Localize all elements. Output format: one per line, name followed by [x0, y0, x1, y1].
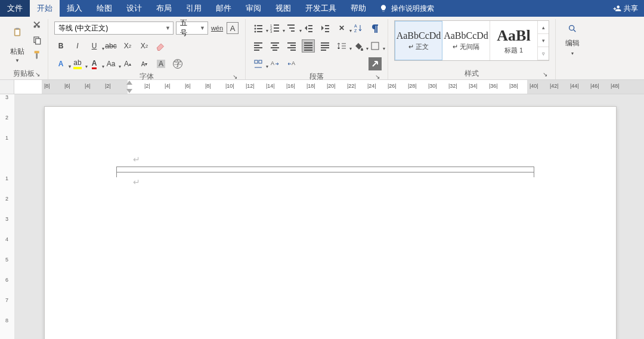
align-left-icon [253, 41, 263, 51]
sort-button[interactable]: AZ [352, 21, 365, 35]
subscript-button[interactable]: X2 [121, 39, 134, 53]
document-scroll-area[interactable]: ↵ ↵ [14, 94, 644, 339]
font-color-button[interactable]: A▾ [88, 57, 101, 70]
ruler-tick: |14| [266, 83, 275, 89]
find-button[interactable] [565, 21, 580, 36]
styles-launcher[interactable]: ↘ [541, 70, 549, 78]
text-direction-ltr-button[interactable]: A [268, 57, 281, 70]
group-paragraph: ▾ 123▾ ▾ ✕▾ AZ ▾ ▾ ▾ ▾ A [246, 19, 388, 79]
text-direction-rtl-button[interactable]: A [285, 57, 298, 70]
char-border-button[interactable]: A [226, 21, 239, 35]
font-name-combo[interactable]: 等线 (中文正文) ▼ [54, 21, 174, 35]
change-case-button[interactable]: Aa▾ [104, 57, 117, 70]
line-spacing-button[interactable]: ▾ [335, 39, 348, 53]
styles-gallery[interactable]: AaBbCcDd ↵ 正文 AaBbCcDd ↵ 无间隔 AaBl 标题 1 ▴… [394, 20, 549, 61]
menu-help[interactable]: 帮助 [343, 0, 373, 17]
menu-layout[interactable]: 布局 [149, 0, 179, 17]
menu-file[interactable]: 文件 [0, 0, 30, 17]
clear-formatting-button[interactable] [154, 39, 168, 53]
editing-label: 编辑 [565, 38, 580, 48]
styles-expand[interactable]: ▿ [538, 47, 549, 60]
snap-grid-button[interactable]: ▾ [252, 57, 265, 70]
paragraph-mark-icon: ↵ [133, 177, 140, 187]
paragraph-launcher[interactable]: ↘ [373, 72, 382, 81]
style-no-spacing[interactable]: AaBbCcDd ↵ 无间隔 [442, 21, 490, 60]
grow-font-button[interactable]: A▴ [121, 57, 134, 70]
vruler-tick: 3 [0, 216, 14, 222]
highlight-button[interactable]: ab▾ [71, 57, 84, 70]
char-shading-button[interactable]: A [154, 57, 168, 70]
menu-insert[interactable]: 插入 [60, 0, 89, 17]
italic-button[interactable]: I [71, 39, 84, 53]
paragraph-settings-button[interactable] [369, 57, 382, 70]
first-line-indent-marker[interactable] [126, 81, 132, 85]
menu-mailings[interactable]: 邮件 [209, 0, 239, 17]
person-plus-icon [613, 4, 621, 13]
workspace: 32112345678 |8||6||4||2||2||4||6||8||10|… [0, 80, 644, 339]
underline-button[interactable]: U▾ [88, 39, 101, 53]
ribbon: 粘贴 ▼ 剪贴板 ↘ 等线 (中文正文) ▼ 五号 ▼ [0, 17, 644, 80]
phonetic-guide-button[interactable]: wén [210, 21, 224, 35]
multilevel-list-button[interactable]: ▾ [285, 21, 298, 35]
borders-button[interactable]: ▾ [369, 39, 382, 53]
copy-button[interactable] [33, 36, 42, 45]
show-marks-button[interactable] [369, 21, 382, 35]
ruler-tick: |24| [367, 83, 376, 89]
text-effects-button[interactable]: A▾ [54, 57, 67, 70]
ruler-tick: |20| [327, 83, 336, 89]
font-launcher[interactable]: ↘ [231, 72, 239, 81]
asian-layout-button[interactable]: ✕▾ [335, 21, 348, 35]
enclose-char-button[interactable]: 字 [171, 57, 184, 70]
clipboard-group-label: 剪贴板 [13, 69, 35, 79]
svg-point-5 [255, 25, 256, 27]
horizontal-ruler[interactable]: |8||6||4||2||2||4||6||8||10||12||14||16|… [14, 80, 644, 94]
menu-developer[interactable]: 开发工具 [298, 0, 343, 17]
align-distribute-button[interactable] [318, 39, 332, 53]
cut-button[interactable] [33, 21, 42, 31]
menu-view[interactable]: 视图 [268, 0, 298, 17]
increase-indent-button[interactable] [318, 21, 332, 35]
indent-icon [320, 23, 330, 33]
tell-me-search[interactable]: 操作说明搜索 [373, 0, 440, 17]
style-name: 标题 1 [504, 46, 523, 55]
ruler-margin-right [527, 80, 644, 94]
clipboard-icon [13, 27, 22, 37]
decrease-indent-button[interactable] [302, 21, 315, 35]
table-row[interactable] [116, 167, 534, 172]
svg-point-9 [255, 31, 256, 33]
numbering-button[interactable]: 123▾ [268, 21, 281, 35]
align-right-button[interactable] [285, 39, 298, 53]
align-justify-button[interactable] [302, 39, 315, 53]
style-heading1[interactable]: AaBl 标题 1 [490, 21, 538, 60]
menu-references[interactable]: 引用 [179, 0, 209, 17]
menu-draw[interactable]: 绘图 [89, 0, 119, 17]
svg-text:A: A [354, 24, 357, 28]
ruler-tick: |26| [388, 83, 397, 89]
shrink-font-button[interactable]: A▾ [138, 57, 151, 70]
superscript-button[interactable]: X2 [138, 39, 151, 53]
style-normal[interactable]: AaBbCcDd ↵ 正文 [395, 21, 442, 60]
ruler-tick: |12| [246, 83, 255, 89]
format-painter-button[interactable] [33, 50, 42, 60]
ruler-tick: |8| [205, 83, 211, 89]
document-page[interactable]: ↵ ↵ [44, 106, 617, 339]
clipboard-launcher[interactable]: ↘ [33, 70, 42, 78]
menu-design[interactable]: 设计 [119, 0, 149, 17]
shading-button[interactable]: ▾ [352, 39, 365, 53]
menu-home[interactable]: 开始 [30, 0, 60, 17]
hanging-indent-marker[interactable] [126, 89, 132, 93]
bullets-button[interactable]: ▾ [252, 21, 265, 35]
align-left-button[interactable] [252, 39, 265, 53]
vruler-tick: 6 [0, 277, 14, 283]
styles-scroll-up[interactable]: ▴ [538, 21, 549, 34]
styles-scroll-down[interactable]: ▾ [538, 34, 549, 47]
align-center-button[interactable] [268, 39, 281, 53]
paste-button[interactable] [6, 19, 29, 45]
bold-button[interactable]: B [54, 39, 67, 53]
align-right-icon [287, 41, 296, 51]
menu-review[interactable]: 审阅 [239, 0, 268, 17]
share-button[interactable]: 共享 [607, 0, 644, 17]
strikethrough-button[interactable]: abc [104, 39, 117, 53]
ruler-tick: |2| [105, 83, 111, 89]
font-size-combo[interactable]: 五号 ▼ [176, 21, 208, 35]
